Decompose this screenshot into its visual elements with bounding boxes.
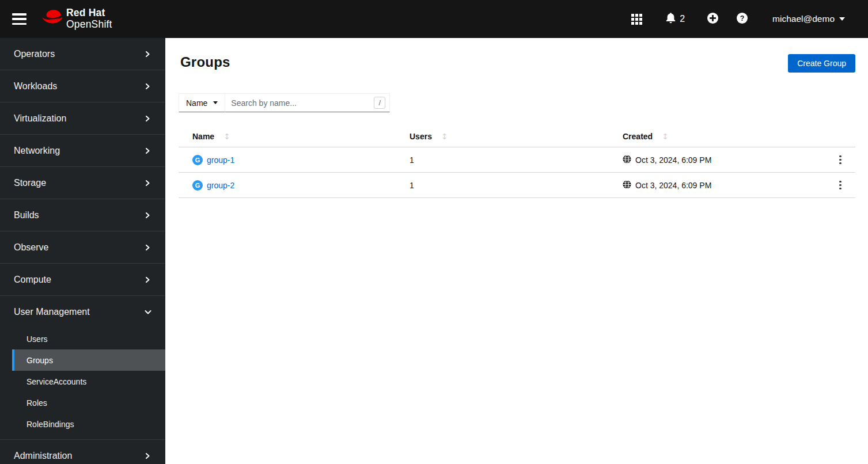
chevron-down-icon [145, 309, 150, 315]
column-header-name[interactable]: Name↕ [179, 127, 396, 147]
sidebar-item-observe[interactable]: Observe [0, 231, 165, 264]
chevron-right-icon [145, 180, 150, 186]
filter-toolbar: Name / [179, 93, 855, 112]
sidebar-subitem-label: Users [26, 334, 48, 344]
sidebar-item-administration[interactable]: Administration [0, 439, 165, 464]
brand-line1: Red Hat [66, 7, 112, 19]
sidebar-item-operators[interactable]: Operators [0, 38, 165, 70]
sort-icon[interactable]: ↕ [441, 132, 448, 141]
filter-type-value: Name [186, 98, 207, 108]
search-shortcut-badge: / [374, 97, 385, 109]
search-input[interactable] [225, 93, 390, 112]
users-count-cell: 1 [396, 147, 609, 173]
sidebar-item-label: Workloads [14, 81, 57, 92]
sidebar-item-label: Storage [14, 178, 46, 188]
sidebar-item-groups[interactable]: Groups [12, 349, 165, 371]
masthead: Red Hat OpenShift 2 [0, 0, 868, 38]
user-management-subnav: Users Groups ServiceAccounts Roles RoleB… [0, 328, 165, 439]
question-circle-icon: ? [736, 12, 748, 26]
table-header-row: Name↕ Users↕ Created↕ [179, 127, 855, 147]
sidebar-item-users[interactable]: Users [0, 328, 165, 349]
chevron-right-icon [145, 245, 150, 250]
globe-icon [623, 180, 631, 191]
app-launcher-button[interactable] [631, 14, 642, 25]
sidebar-item-label: Builds [14, 210, 39, 220]
page-header: Groups Create Group [165, 38, 868, 73]
table-row: G group-1 1 [179, 147, 855, 173]
sidebar-item-virtualization[interactable]: Virtualization [0, 102, 165, 135]
sidebar-nav: Operators Workloads Virtualization Netwo… [0, 38, 165, 464]
table-row: G group-2 1 [179, 173, 855, 198]
sidebar-item-builds[interactable]: Builds [0, 199, 165, 231]
sidebar-subitem-label: ServiceAccounts [26, 377, 86, 386]
sidebar-item-rolebindings[interactable]: RoleBindings [0, 413, 165, 435]
chevron-right-icon [145, 453, 150, 459]
username: michael@demo [772, 14, 835, 24]
redhat-fedora-icon [41, 7, 64, 28]
kebab-menu-button[interactable] [836, 153, 845, 167]
sidebar-item-storage[interactable]: Storage [0, 167, 165, 199]
sidebar-subitem-label: RoleBindings [26, 420, 74, 429]
sort-icon[interactable]: ↕ [662, 132, 669, 141]
sidebar-item-label: Compute [14, 275, 51, 285]
chevron-right-icon [145, 116, 150, 121]
app-launcher-grid-icon [631, 14, 642, 25]
group-resource-icon: G [192, 155, 203, 165]
created-timestamp: Oct 3, 2024, 6:09 PM [635, 155, 711, 165]
sidebar-item-label: Networking [14, 146, 60, 156]
filter-group: Name / [179, 93, 390, 112]
sidebar-item-label: Operators [14, 49, 55, 59]
column-header-users[interactable]: Users↕ [396, 127, 609, 147]
caret-down-icon [213, 101, 218, 104]
brand-line2: OpenShift [66, 19, 112, 31]
sidebar-item-label: Virtualization [14, 113, 66, 124]
page-title: Groups [180, 54, 230, 70]
sidebar-subitem-label: Roles [26, 398, 47, 408]
svg-text:?: ? [740, 14, 745, 22]
kebab-menu-button[interactable] [836, 178, 845, 192]
chevron-right-icon [145, 148, 150, 154]
bell-icon [665, 12, 676, 26]
sidebar-item-compute[interactable]: Compute [0, 264, 165, 296]
sidebar-item-roles[interactable]: Roles [0, 392, 165, 413]
sort-icon[interactable]: ↕ [223, 132, 230, 141]
user-menu-button[interactable]: michael@demo [772, 14, 845, 24]
sidebar-item-label: User Management [14, 307, 90, 317]
sidebar-item-workloads[interactable]: Workloads [0, 70, 165, 102]
main-content: Groups Create Group Name / Name↕ U [165, 38, 868, 464]
create-group-button[interactable]: Create Group [788, 54, 855, 73]
chevron-right-icon [145, 277, 150, 283]
filter-type-dropdown[interactable]: Name [179, 93, 225, 112]
sidebar-item-label: Administration [14, 451, 72, 461]
sidebar-subitem-label: Groups [26, 356, 53, 365]
group-name-link[interactable]: group-2 [207, 181, 234, 190]
notifications-button[interactable]: 2 [665, 12, 685, 26]
created-timestamp: Oct 3, 2024, 6:09 PM [635, 181, 711, 190]
groups-table: Name↕ Users↕ Created↕ G group-1 [179, 127, 855, 198]
group-name-link[interactable]: group-1 [207, 155, 234, 165]
chevron-right-icon [145, 51, 150, 57]
column-header-created[interactable]: Created↕ [609, 127, 825, 147]
sidebar-item-networking[interactable]: Networking [0, 135, 165, 167]
notification-count: 2 [680, 14, 685, 24]
column-header-actions [825, 127, 855, 147]
chevron-right-icon [145, 83, 150, 89]
sidebar-item-label: Observe [14, 242, 48, 253]
chevron-right-icon [145, 212, 150, 218]
masthead-toolbar: 2 ? michael@demo [631, 12, 868, 26]
nav-toggle-button[interactable] [12, 13, 27, 25]
plus-circle-icon [707, 12, 719, 26]
help-button[interactable]: ? [736, 12, 748, 26]
users-count-cell: 1 [396, 173, 609, 198]
sidebar-item-serviceaccounts[interactable]: ServiceAccounts [0, 371, 165, 392]
globe-icon [623, 155, 631, 165]
quick-create-button[interactable] [707, 12, 719, 26]
chevron-down-icon [839, 17, 845, 21]
brand-logo: Red Hat OpenShift [41, 7, 112, 30]
sidebar-item-user-management[interactable]: User Management [0, 296, 165, 328]
group-resource-icon: G [192, 180, 203, 191]
